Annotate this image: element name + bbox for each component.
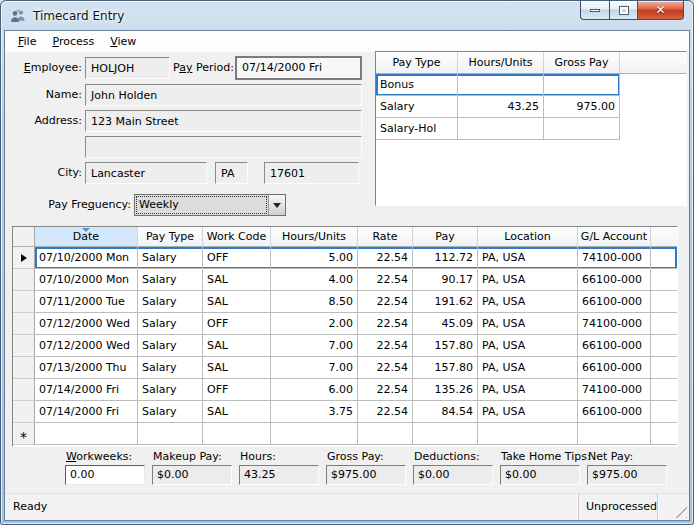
paytype-cell[interactable] <box>544 74 620 96</box>
grid-cell[interactable]: PA, USA <box>478 247 578 269</box>
grid-cell[interactable]: 90.17 <box>413 269 478 291</box>
paytype-cell[interactable] <box>458 74 544 96</box>
grid-cell[interactable]: 22.54 <box>358 379 413 401</box>
grid-cell[interactable] <box>478 423 578 445</box>
grid-cell[interactable]: Salary <box>138 313 203 335</box>
grid-cell[interactable]: 157.80 <box>413 335 478 357</box>
row-selector-cell[interactable] <box>13 247 35 269</box>
grid-cell[interactable]: 74100-000 <box>578 379 651 401</box>
timecard-row[interactable]: 07/10/2000 MonSalarySAL4.0022.5490.17PA,… <box>13 269 677 291</box>
grid-cell[interactable]: OFF <box>203 247 271 269</box>
grid-cell[interactable] <box>271 423 358 445</box>
paytype-cell[interactable]: 975.00 <box>544 96 620 118</box>
grid-cell[interactable]: 22.54 <box>358 247 413 269</box>
grid-cell[interactable]: 6.00 <box>271 379 358 401</box>
paytype-col-header-gross-pay[interactable]: Gross Pay <box>544 52 620 74</box>
grid-cell[interactable]: 22.54 <box>358 335 413 357</box>
menu-file[interactable]: File <box>10 32 44 51</box>
column-header-work-code[interactable]: Work Code <box>203 227 271 247</box>
grid-cell[interactable] <box>35 423 138 445</box>
paytype-cell[interactable] <box>544 118 620 140</box>
grid-cell[interactable]: SAL <box>203 401 271 423</box>
grid-cell[interactable]: PA, USA <box>478 291 578 313</box>
timecard-row[interactable]: * <box>13 423 677 445</box>
grid-cell[interactable]: OFF <box>203 313 271 335</box>
menu-process[interactable]: Process <box>44 32 102 51</box>
column-header-g-l-account[interactable]: G/L Account <box>578 227 651 247</box>
grid-cell[interactable] <box>358 423 413 445</box>
grid-cell[interactable] <box>578 423 651 445</box>
grid-cell[interactable]: 84.54 <box>413 401 478 423</box>
paytype-col-header-hours-units[interactable]: Hours/Units <box>458 52 544 74</box>
grid-cell[interactable]: Salary <box>138 269 203 291</box>
grid-cell[interactable]: 22.54 <box>358 291 413 313</box>
grid-cell[interactable]: 66100-000 <box>578 291 651 313</box>
timecard-row[interactable]: 07/12/2000 WedSalarySAL7.0022.54157.80PA… <box>13 335 677 357</box>
grid-cell[interactable]: Salary <box>138 357 203 379</box>
grid-cell[interactable]: 22.54 <box>358 357 413 379</box>
grid-cell[interactable]: 4.00 <box>271 269 358 291</box>
grid-cell[interactable]: OFF <box>203 379 271 401</box>
timecard-row[interactable]: 07/11/2000 TueSalarySAL8.5022.54191.62PA… <box>13 291 677 313</box>
city-field[interactable]: Lancaster <box>85 162 207 184</box>
row-selector-cell[interactable] <box>13 313 35 335</box>
grid-cell[interactable]: 2.00 <box>271 313 358 335</box>
grid-cell[interactable]: PA, USA <box>478 335 578 357</box>
grid-cell[interactable]: 07/13/2000 Thu <box>35 357 138 379</box>
grid-cell[interactable]: 22.54 <box>358 269 413 291</box>
grid-cell[interactable] <box>138 423 203 445</box>
grid-cell[interactable]: 7.00 <box>271 357 358 379</box>
grid-cell[interactable]: 5.00 <box>271 247 358 269</box>
grid-cell[interactable]: 07/12/2000 Wed <box>35 313 138 335</box>
grid-cell[interactable]: 07/11/2000 Tue <box>35 291 138 313</box>
timecard-row[interactable]: 07/10/2000 MonSalaryOFF5.0022.54112.72PA… <box>13 247 677 269</box>
paytype-cell[interactable] <box>458 118 544 140</box>
menu-view[interactable]: View <box>102 32 144 51</box>
grid-cell[interactable]: 66100-000 <box>578 335 651 357</box>
row-selector-cell[interactable] <box>13 291 35 313</box>
grid-cell[interactable]: 8.50 <box>271 291 358 313</box>
grid-cell[interactable]: 07/14/2000 Fri <box>35 379 138 401</box>
paytype-row[interactable]: Salary43.25975.00 <box>376 96 620 118</box>
row-selector-cell[interactable] <box>13 335 35 357</box>
address-field[interactable]: 123 Main Street <box>85 110 362 132</box>
grid-cell[interactable]: SAL <box>203 357 271 379</box>
grid-cell[interactable]: SAL <box>203 269 271 291</box>
pay-period-field[interactable]: 07/14/2000 Fri <box>235 56 362 80</box>
paytype-cell[interactable]: Salary-Hol <box>376 118 458 140</box>
grid-cell[interactable]: Salary <box>138 291 203 313</box>
grid-cell[interactable]: 45.09 <box>413 313 478 335</box>
grid-cell[interactable]: 66100-000 <box>578 401 651 423</box>
grid-cell[interactable]: PA, USA <box>478 401 578 423</box>
grid-cell[interactable]: Salary <box>138 401 203 423</box>
grid-cell[interactable] <box>203 423 271 445</box>
maximize-button[interactable] <box>610 1 638 20</box>
row-selector-cell[interactable] <box>13 357 35 379</box>
column-header-pay[interactable]: Pay <box>413 227 478 247</box>
paytype-cell[interactable]: 43.25 <box>458 96 544 118</box>
dropdown-button[interactable] <box>268 195 285 215</box>
zip-field[interactable]: 17601 <box>264 162 359 184</box>
grid-cell[interactable] <box>413 423 478 445</box>
grid-cell[interactable]: Salary <box>138 247 203 269</box>
grid-cell[interactable]: 66100-000 <box>578 269 651 291</box>
grid-cell[interactable]: 07/14/2000 Fri <box>35 401 138 423</box>
grid-cell[interactable]: 07/10/2000 Mon <box>35 269 138 291</box>
name-field[interactable]: John Holden <box>85 84 362 106</box>
paytype-row[interactable]: Salary-Hol <box>376 118 620 140</box>
employee-field[interactable]: HOLJOH <box>85 57 170 79</box>
grid-cell[interactable]: PA, USA <box>478 313 578 335</box>
row-selector-cell[interactable] <box>13 269 35 291</box>
row-selector-cell[interactable]: * <box>13 423 35 445</box>
grid-cell[interactable]: 74100-000 <box>578 313 651 335</box>
grid-cell[interactable]: 22.54 <box>358 313 413 335</box>
title-bar[interactable]: Timecard Entry ✕ <box>1 1 693 30</box>
timecard-row[interactable]: 07/13/2000 ThuSalarySAL7.0022.54157.80PA… <box>13 357 677 379</box>
grid-cell[interactable]: PA, USA <box>478 379 578 401</box>
grid-cell[interactable]: 74100-000 <box>578 247 651 269</box>
grid-cell[interactable]: 135.26 <box>413 379 478 401</box>
grid-cell[interactable]: PA, USA <box>478 269 578 291</box>
grid-cell[interactable]: 157.80 <box>413 357 478 379</box>
paytype-cell[interactable]: Bonus <box>376 74 458 96</box>
column-header-date[interactable]: Date <box>35 227 138 247</box>
